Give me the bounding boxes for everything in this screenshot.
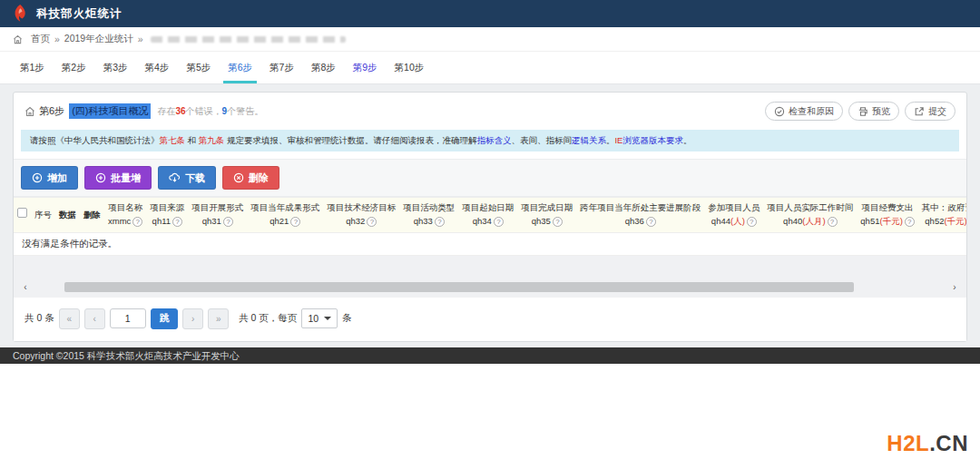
scrollbar-thumb[interactable]	[64, 282, 854, 292]
footer: Copyright ©2015 科学技术部火炬高技术产业开发中心	[0, 347, 980, 364]
step-tab-2[interactable]: 第2步	[62, 52, 86, 83]
breadcrumb-item[interactable]: 2019年企业统计	[64, 33, 133, 45]
breadcrumb-home[interactable]: 首页	[31, 33, 50, 45]
help-icon[interactable]: ?	[132, 217, 142, 227]
column-code: qh40(人月)?	[767, 215, 853, 229]
step-tab-5[interactable]: 第5步	[186, 52, 211, 83]
column-header: 其中：政府资金qh52(千元)?	[918, 198, 966, 232]
help-icon[interactable]: ?	[747, 217, 757, 227]
data-table: 序号数据删除项目名称xmmc?项目来源qh11?项目开展形式qh31?项目当年成…	[14, 197, 966, 255]
help-icon[interactable]: ?	[290, 217, 300, 227]
column-code: qh11?	[150, 215, 184, 229]
plus-circle-icon	[95, 172, 106, 183]
help-icon[interactable]: ?	[223, 217, 233, 227]
step-tab-9[interactable]: 第9步	[353, 52, 377, 83]
column-title: 参加项目人员	[708, 201, 760, 215]
scroll-left-arrow-icon[interactable]: ‹	[19, 281, 32, 293]
app-title: 科技部火炬统计	[36, 6, 122, 22]
download-button[interactable]: 下载	[158, 166, 216, 190]
step-tab-7[interactable]: 第7步	[270, 52, 294, 83]
help-icon[interactable]: ?	[905, 217, 915, 227]
code-text: qh36	[625, 216, 644, 226]
unit-text: (人)	[730, 216, 745, 226]
step-tab-6[interactable]: 第6步	[228, 52, 252, 83]
column-code: qh21?	[250, 215, 319, 229]
column-header: 项目经费支出qh51(千元)?	[857, 198, 917, 232]
jump-button[interactable]: 跳	[151, 308, 179, 329]
table-header-row: 序号数据删除项目名称xmmc?项目来源qh11?项目开展形式qh31?项目当年成…	[14, 198, 966, 232]
notice-link[interactable]: 逻辑关系	[572, 135, 606, 145]
step-tab-4[interactable]: 第4步	[145, 52, 170, 83]
select-all-checkbox[interactable]	[17, 208, 27, 218]
column-code: xmmc?	[108, 215, 142, 229]
first-page-button[interactable]: «	[59, 308, 80, 329]
notice-segment: 第九条	[199, 135, 225, 145]
unit-text: (人月)	[802, 216, 825, 226]
horizontal-scrollbar[interactable]: ‹ ›	[19, 281, 961, 293]
main-card: 第6步 (四)科技项目概况 存在36个错误，9个警告。 检查和原因预览提交 请按…	[13, 92, 967, 342]
torch-logo-icon	[11, 4, 29, 24]
notice-segment: 和	[185, 135, 199, 145]
column-title: 其中：政府资金	[922, 201, 966, 215]
column-title: 项目完成日期	[521, 201, 573, 215]
x-circle-icon	[233, 172, 244, 183]
column-header: 项目起始日期qh34?	[458, 198, 517, 232]
help-icon[interactable]: ?	[435, 217, 445, 227]
column-header: 项目名称xmmc?	[104, 198, 146, 232]
help-icon[interactable]: ?	[367, 217, 377, 227]
column-code: qh44(人)?	[708, 215, 760, 229]
page-input[interactable]	[110, 308, 146, 328]
code-text: qh52	[925, 216, 944, 226]
batch-add-button[interactable]: 批量增	[84, 166, 152, 190]
per-page-select[interactable]: 10	[301, 308, 338, 328]
column-header: 参加项目人员qh44(人)?	[704, 198, 763, 232]
prev-page-button[interactable]: ‹	[84, 308, 105, 329]
column-header: 序号	[31, 198, 55, 232]
column-header: 项目完成日期qh35?	[517, 198, 576, 232]
check-circle-icon	[774, 106, 785, 117]
error-count: 36	[175, 106, 185, 116]
column-header: 跨年项目当年所处主要进展阶段qh36?	[576, 198, 704, 232]
column-code: qh34?	[462, 215, 514, 229]
help-icon[interactable]: ?	[646, 217, 656, 227]
help-icon[interactable]: ?	[828, 217, 838, 227]
notice-link[interactable]: 指标含义	[476, 135, 511, 145]
column-code: qh51(千元)?	[860, 215, 914, 229]
button-label: 批量增	[111, 171, 141, 185]
breadcrumb-separator: »	[138, 34, 143, 44]
section-actions: 检查和原因预览提交	[765, 102, 956, 121]
help-icon[interactable]: ?	[553, 217, 563, 227]
column-header: 项目活动类型qh33?	[399, 198, 458, 232]
last-page-button[interactable]: »	[208, 308, 229, 329]
notice-link[interactable]: 浏览器版本要求	[622, 135, 683, 145]
step-tab-8[interactable]: 第8步	[311, 52, 336, 83]
code-text: qh35	[532, 216, 551, 226]
step-tab-3[interactable]: 第3步	[103, 52, 128, 83]
column-header: 数据	[55, 198, 80, 232]
table-scroll-area: ‹ ›	[14, 256, 966, 298]
help-icon[interactable]: ?	[494, 217, 504, 227]
step-tab-10[interactable]: 第10步	[395, 52, 425, 83]
pill-label: 提交	[928, 105, 946, 118]
column-title: 项目来源	[150, 201, 184, 215]
home-icon	[13, 34, 23, 44]
next-page-button[interactable]: ›	[182, 308, 203, 329]
scroll-right-arrow-icon[interactable]: ›	[948, 281, 961, 293]
column-code: qh31?	[191, 215, 243, 229]
column-header: 项目来源qh11?	[146, 198, 188, 232]
notice-segment: 请按照《中华人民共和国统计法》	[30, 135, 160, 145]
button-label: 下载	[185, 171, 205, 185]
watermark: H2L.CN	[887, 431, 968, 456]
download-icon	[169, 172, 181, 183]
delete-button[interactable]: 删除	[222, 166, 279, 190]
code-text: qh33	[414, 216, 433, 226]
check-reason-button[interactable]: 检查和原因	[765, 102, 843, 121]
submit-button[interactable]: 提交	[905, 102, 956, 121]
button-label: 删除	[249, 171, 269, 185]
help-icon[interactable]: ?	[172, 217, 182, 227]
pill-label: 预览	[872, 105, 890, 118]
preview-button[interactable]: 预览	[848, 102, 899, 121]
add-button[interactable]: 增加	[21, 166, 78, 190]
step-tab-1[interactable]: 第1步	[20, 52, 44, 83]
code-text: qh34	[473, 216, 492, 226]
